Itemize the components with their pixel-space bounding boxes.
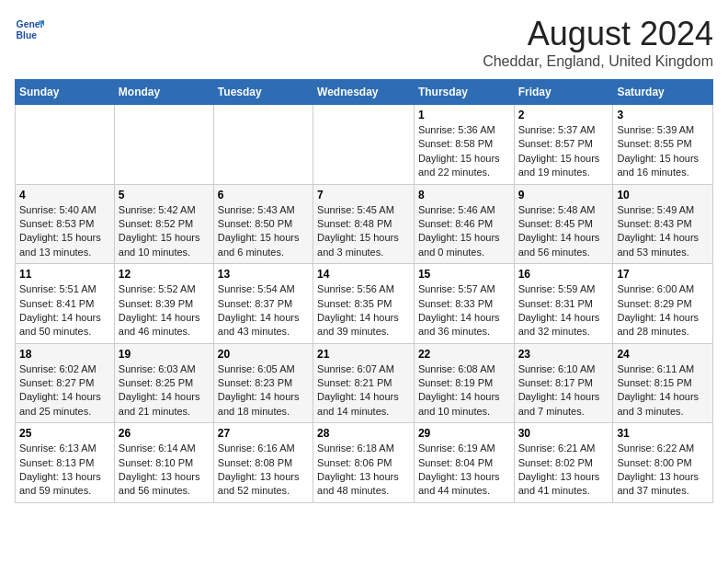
calendar-cell: 6Sunrise: 5:43 AM Sunset: 8:50 PM Daylig… bbox=[213, 184, 313, 264]
calendar-cell: 16Sunrise: 5:59 AM Sunset: 8:31 PM Dayli… bbox=[514, 264, 613, 344]
calendar-cell: 17Sunrise: 6:00 AM Sunset: 8:29 PM Dayli… bbox=[613, 264, 713, 344]
day-number: 16 bbox=[518, 268, 609, 281]
calendar-row: 18Sunrise: 6:02 AM Sunset: 8:27 PM Dayli… bbox=[16, 343, 713, 423]
day-number: 9 bbox=[518, 189, 609, 201]
calendar-cell: 31Sunrise: 6:22 AM Sunset: 8:00 PM Dayli… bbox=[613, 423, 713, 503]
calendar-cell: 14Sunrise: 5:56 AM Sunset: 8:35 PM Dayli… bbox=[313, 264, 415, 344]
calendar-cell: 29Sunrise: 6:19 AM Sunset: 8:04 PM Dayli… bbox=[414, 423, 514, 503]
weekday-header-sunday: Sunday bbox=[16, 80, 115, 105]
calendar-cell: 1Sunrise: 5:36 AM Sunset: 8:58 PM Daylig… bbox=[414, 105, 514, 185]
day-info: Sunrise: 5:57 AM Sunset: 8:33 PM Dayligh… bbox=[418, 282, 510, 339]
day-number: 19 bbox=[119, 348, 210, 361]
calendar-cell: 21Sunrise: 6:07 AM Sunset: 8:21 PM Dayli… bbox=[313, 343, 415, 423]
calendar-cell: 10Sunrise: 5:49 AM Sunset: 8:43 PM Dayli… bbox=[613, 184, 713, 264]
day-number: 21 bbox=[317, 348, 410, 361]
subtitle: Cheddar, England, United Kingdom bbox=[483, 53, 713, 70]
svg-text:Blue: Blue bbox=[17, 30, 38, 40]
day-info: Sunrise: 5:42 AM Sunset: 8:52 PM Dayligh… bbox=[119, 203, 210, 260]
day-number: 4 bbox=[19, 189, 110, 201]
day-info: Sunrise: 5:48 AM Sunset: 8:45 PM Dayligh… bbox=[518, 203, 609, 260]
day-number: 3 bbox=[617, 109, 709, 121]
calendar-cell: 7Sunrise: 5:45 AM Sunset: 8:48 PM Daylig… bbox=[313, 184, 415, 264]
day-info: Sunrise: 5:52 AM Sunset: 8:39 PM Dayligh… bbox=[119, 282, 210, 339]
day-info: Sunrise: 5:40 AM Sunset: 8:53 PM Dayligh… bbox=[19, 203, 110, 260]
calendar-row: 25Sunrise: 6:13 AM Sunset: 8:13 PM Dayli… bbox=[16, 423, 713, 503]
day-number: 11 bbox=[19, 268, 110, 281]
calendar-cell bbox=[114, 105, 213, 185]
calendar-row: 4Sunrise: 5:40 AM Sunset: 8:53 PM Daylig… bbox=[16, 184, 713, 264]
day-number: 23 bbox=[518, 348, 609, 361]
calendar-cell bbox=[213, 105, 313, 185]
main-title: August 2024 bbox=[483, 15, 713, 53]
calendar-cell: 12Sunrise: 5:52 AM Sunset: 8:39 PM Dayli… bbox=[114, 264, 213, 344]
calendar-cell: 2Sunrise: 5:37 AM Sunset: 8:57 PM Daylig… bbox=[514, 105, 613, 185]
day-number: 15 bbox=[418, 268, 510, 281]
calendar-cell: 13Sunrise: 5:54 AM Sunset: 8:37 PM Dayli… bbox=[213, 264, 313, 344]
day-number: 22 bbox=[418, 348, 510, 361]
calendar-cell: 25Sunrise: 6:13 AM Sunset: 8:13 PM Dayli… bbox=[16, 423, 115, 503]
day-info: Sunrise: 6:07 AM Sunset: 8:21 PM Dayligh… bbox=[317, 362, 410, 419]
day-number: 26 bbox=[119, 427, 210, 440]
calendar-cell: 18Sunrise: 6:02 AM Sunset: 8:27 PM Dayli… bbox=[16, 343, 115, 423]
day-number: 14 bbox=[317, 268, 410, 281]
day-number: 7 bbox=[317, 189, 410, 201]
day-info: Sunrise: 6:13 AM Sunset: 8:13 PM Dayligh… bbox=[19, 442, 110, 499]
day-info: Sunrise: 5:36 AM Sunset: 8:58 PM Dayligh… bbox=[418, 123, 510, 180]
calendar-cell: 19Sunrise: 6:03 AM Sunset: 8:25 PM Dayli… bbox=[114, 343, 213, 423]
calendar-cell: 24Sunrise: 6:11 AM Sunset: 8:15 PM Dayli… bbox=[613, 343, 713, 423]
weekday-header-friday: Friday bbox=[514, 80, 613, 105]
page-header: General Blue August 2024 Cheddar, Englan… bbox=[15, 15, 713, 70]
day-number: 18 bbox=[19, 348, 110, 361]
day-number: 1 bbox=[418, 109, 510, 121]
day-info: Sunrise: 5:37 AM Sunset: 8:57 PM Dayligh… bbox=[518, 123, 609, 180]
day-number: 17 bbox=[617, 268, 709, 281]
day-info: Sunrise: 6:14 AM Sunset: 8:10 PM Dayligh… bbox=[119, 442, 210, 499]
weekday-header-monday: Monday bbox=[114, 80, 213, 105]
day-info: Sunrise: 6:16 AM Sunset: 8:08 PM Dayligh… bbox=[218, 442, 309, 499]
calendar-row: 1Sunrise: 5:36 AM Sunset: 8:58 PM Daylig… bbox=[16, 105, 713, 185]
day-number: 2 bbox=[518, 109, 609, 121]
calendar-cell: 11Sunrise: 5:51 AM Sunset: 8:41 PM Dayli… bbox=[16, 264, 115, 344]
calendar-cell: 27Sunrise: 6:16 AM Sunset: 8:08 PM Dayli… bbox=[213, 423, 313, 503]
calendar-cell: 22Sunrise: 6:08 AM Sunset: 8:19 PM Dayli… bbox=[414, 343, 514, 423]
calendar-cell: 23Sunrise: 6:10 AM Sunset: 8:17 PM Dayli… bbox=[514, 343, 613, 423]
calendar-row: 11Sunrise: 5:51 AM Sunset: 8:41 PM Dayli… bbox=[16, 264, 713, 344]
calendar-cell: 20Sunrise: 6:05 AM Sunset: 8:23 PM Dayli… bbox=[213, 343, 313, 423]
day-number: 12 bbox=[119, 268, 210, 281]
title-section: August 2024 Cheddar, England, United Kin… bbox=[483, 15, 713, 70]
day-number: 8 bbox=[418, 189, 510, 201]
day-number: 27 bbox=[218, 427, 309, 440]
day-info: Sunrise: 5:43 AM Sunset: 8:50 PM Dayligh… bbox=[218, 203, 309, 260]
day-info: Sunrise: 6:19 AM Sunset: 8:04 PM Dayligh… bbox=[418, 442, 510, 499]
day-number: 29 bbox=[418, 427, 510, 440]
day-info: Sunrise: 5:49 AM Sunset: 8:43 PM Dayligh… bbox=[617, 203, 709, 260]
day-number: 24 bbox=[617, 348, 709, 361]
logo-icon: General Blue bbox=[15, 15, 44, 44]
calendar-table: SundayMondayTuesdayWednesdayThursdayFrid… bbox=[15, 79, 713, 503]
calendar-cell: 15Sunrise: 5:57 AM Sunset: 8:33 PM Dayli… bbox=[414, 264, 514, 344]
day-info: Sunrise: 5:39 AM Sunset: 8:55 PM Dayligh… bbox=[617, 123, 709, 180]
day-info: Sunrise: 6:05 AM Sunset: 8:23 PM Dayligh… bbox=[218, 362, 309, 419]
calendar-cell: 9Sunrise: 5:48 AM Sunset: 8:45 PM Daylig… bbox=[514, 184, 613, 264]
day-info: Sunrise: 5:46 AM Sunset: 8:46 PM Dayligh… bbox=[418, 203, 510, 260]
day-info: Sunrise: 6:08 AM Sunset: 8:19 PM Dayligh… bbox=[418, 362, 510, 419]
calendar-cell: 5Sunrise: 5:42 AM Sunset: 8:52 PM Daylig… bbox=[114, 184, 213, 264]
day-number: 25 bbox=[19, 427, 110, 440]
day-info: Sunrise: 5:56 AM Sunset: 8:35 PM Dayligh… bbox=[317, 282, 410, 339]
calendar-cell: 4Sunrise: 5:40 AM Sunset: 8:53 PM Daylig… bbox=[16, 184, 115, 264]
calendar-cell: 26Sunrise: 6:14 AM Sunset: 8:10 PM Dayli… bbox=[114, 423, 213, 503]
day-number: 13 bbox=[218, 268, 309, 281]
day-number: 28 bbox=[317, 427, 410, 440]
calendar-cell bbox=[16, 105, 115, 185]
day-info: Sunrise: 6:18 AM Sunset: 8:06 PM Dayligh… bbox=[317, 442, 410, 499]
day-number: 20 bbox=[218, 348, 309, 361]
calendar-cell: 30Sunrise: 6:21 AM Sunset: 8:02 PM Dayli… bbox=[514, 423, 613, 503]
day-info: Sunrise: 6:21 AM Sunset: 8:02 PM Dayligh… bbox=[518, 442, 609, 499]
day-number: 6 bbox=[218, 189, 309, 201]
day-info: Sunrise: 6:03 AM Sunset: 8:25 PM Dayligh… bbox=[119, 362, 210, 419]
day-info: Sunrise: 5:45 AM Sunset: 8:48 PM Dayligh… bbox=[317, 203, 410, 260]
day-info: Sunrise: 6:11 AM Sunset: 8:15 PM Dayligh… bbox=[617, 362, 709, 419]
day-info: Sunrise: 5:51 AM Sunset: 8:41 PM Dayligh… bbox=[19, 282, 110, 339]
day-info: Sunrise: 5:54 AM Sunset: 8:37 PM Dayligh… bbox=[218, 282, 309, 339]
weekday-header-tuesday: Tuesday bbox=[213, 80, 313, 105]
